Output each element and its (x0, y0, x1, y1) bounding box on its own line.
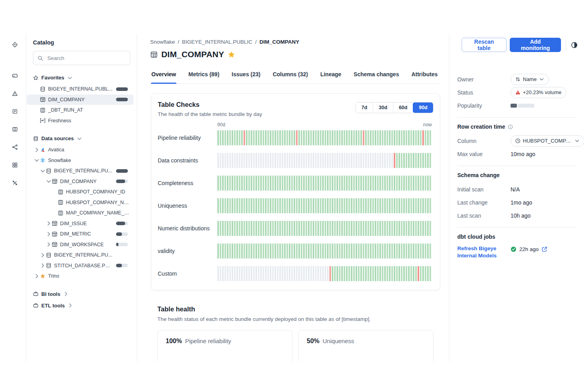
apps-nav[interactable] (9, 158, 21, 171)
tree-item-bigeye-internal-pu[interactable]: BIGEYE_INTERNAL.PU... (27, 166, 133, 176)
dbt-job-link[interactable]: Refresh Bigeye Internal Models (457, 245, 511, 259)
popularity-meter (511, 104, 534, 108)
catalog-sidebar: Catalog Favorites BIGEYE_INTERNAL.PUBL..… (27, 34, 137, 361)
data-sources-label: Data sources (41, 135, 74, 141)
tree-item-map-company-name-to[interactable]: MAP_COMPANY_NAME_TO_... (27, 208, 133, 218)
row-creation-column-value: HUBSPOT_COMPA... (523, 138, 572, 144)
check-sparkline[interactable] (217, 153, 432, 168)
tab-overview[interactable]: Overview (151, 71, 176, 83)
check-row-uniqueness: Uniqueness (158, 198, 433, 213)
item-label: DIM_COMPANY (48, 97, 113, 102)
popularity-meter (116, 87, 128, 91)
external-link-icon[interactable] (542, 246, 547, 252)
check-sparkline[interactable] (217, 130, 432, 145)
tree-item-dim-workspace[interactable]: DIM_WORKSPACE (27, 239, 133, 250)
db-icon (46, 252, 52, 258)
favorites-header[interactable]: Favorites (33, 75, 130, 81)
tree-item-dim-company[interactable]: DIM_COMPANY (27, 176, 133, 187)
check-row-label: validity (158, 248, 217, 254)
tree-item-hubspot-company-id[interactable]: HUBSPOT_COMPANY_ID (27, 187, 133, 197)
range-90d-button[interactable]: 90d (413, 102, 433, 113)
tree-item-stitch-database-pr[interactable]: STITCH_DATABASE.PR... (27, 261, 133, 271)
tree-item-hubspot-company-name[interactable]: HUBSPOT_COMPANY_NAME (27, 197, 133, 208)
popularity-meter (116, 222, 128, 225)
data-sources-header[interactable]: Data sources (33, 135, 130, 141)
favorite-item-dbt-run-at[interactable]: _DBT_RUN_AT (27, 105, 133, 116)
info-icon[interactable] (508, 124, 513, 129)
tree-item-snowflake[interactable]: Snowflake (27, 155, 133, 166)
item-label: Snowflake (48, 158, 131, 163)
row-creation-title: Row creation time (457, 124, 505, 130)
tree-item-bigeye-internal-pu[interactable]: BIGEYE_INTERNAL.PU... (27, 250, 133, 261)
breadcrumb-separator: / (178, 39, 179, 45)
health-card-uniqueness[interactable]: 50%Uniqueness (298, 330, 433, 361)
chevron-right-icon (68, 303, 73, 308)
issues-nav[interactable] (9, 87, 21, 100)
app-logo[interactable] (9, 38, 21, 51)
catalog-nav[interactable] (9, 69, 21, 82)
favorite-item-dim-company[interactable]: DIM_COMPANY (27, 95, 133, 105)
rescan-table-button[interactable]: Rescan table (462, 38, 507, 52)
columns-nav[interactable] (9, 123, 21, 135)
item-label: BIGEYE_INTERNAL.PU... (54, 252, 131, 258)
tab-metrics-89[interactable]: Metrics (89) (188, 71, 220, 83)
axis-end-label: now (423, 122, 432, 127)
tab-issues-23[interactable]: Issues (23) (231, 71, 261, 83)
check-sparkline[interactable] (217, 243, 432, 259)
favorite-item-freshness[interactable]: Freshness (27, 116, 133, 126)
check-sparkline[interactable] (217, 221, 432, 236)
status-badge[interactable]: +20.23% volume (511, 87, 566, 98)
data-sources-tree: AvaticaSnowflakeBIGEYE_INTERNAL.PU...DIM… (27, 145, 137, 282)
chevron-right-icon (40, 252, 46, 258)
favorite-star-icon[interactable] (228, 51, 235, 58)
breadcrumb-item-source[interactable]: Snowflake (150, 39, 175, 45)
range-30d-button[interactable]: 30d (373, 102, 393, 113)
search-box[interactable] (33, 51, 130, 65)
tools-nav[interactable] (9, 176, 21, 189)
row-creation-column-select[interactable]: HUBSPOT_COMPA... (511, 135, 584, 147)
tab-lineage[interactable]: Lineage (320, 71, 342, 83)
tab-attributes[interactable]: Attributes (411, 71, 438, 83)
col-icon (58, 210, 64, 216)
tree-item-dim-issue[interactable]: DIM_ISSUE (27, 218, 133, 229)
breadcrumb-item-schema[interactable]: BIGEYE_INTERNAL.PUBLIC (182, 39, 252, 45)
range-60d-button[interactable]: 60d (393, 102, 413, 113)
tab-columns-32[interactable]: Columns (32) (272, 71, 308, 83)
col-icon (58, 199, 64, 205)
breadcrumb-item-table[interactable]: DIM_COMPANY (259, 39, 299, 45)
tree-item-dim-metric[interactable]: DIM_METRIC (27, 229, 133, 239)
column-label: Column (457, 138, 511, 144)
health-cards: 100%Pipeline reliability50%Uniqueness (157, 330, 440, 361)
favorite-item-bigeye-internal-publ[interactable]: BIGEYE_INTERNAL.PUBL... (27, 84, 133, 95)
check-row-label: Custom (158, 270, 217, 277)
lineage-nav[interactable] (9, 141, 21, 153)
contrast-toggle-icon[interactable] (571, 42, 578, 48)
range-7d-button[interactable]: 7d (356, 102, 373, 113)
clock-icon (515, 138, 520, 143)
max-value-label: Max value (457, 151, 511, 157)
check-sparkline[interactable] (217, 266, 432, 281)
details: Owner Name Status +20.23% volume Popu (457, 73, 578, 259)
reports-nav[interactable] (9, 105, 21, 118)
health-card-pipeline-reliability[interactable]: 100%Pipeline reliability (157, 330, 292, 361)
sidebar-title: Catalog (33, 39, 130, 46)
status-label: Status (457, 89, 511, 96)
last-scan-value: 10h ago (511, 212, 531, 219)
check-sparkline[interactable] (217, 198, 432, 213)
tree-item-avatica[interactable]: Avatica (27, 145, 133, 155)
favorites-label: Favorites (41, 75, 64, 81)
check-sparkline[interactable] (217, 176, 432, 191)
tree-item-trino[interactable]: Trino (27, 271, 133, 282)
owner-select[interactable]: Name (511, 74, 549, 85)
header-actions: Rescan table Add monitoring (462, 38, 578, 52)
last-scan-label: Last scan (457, 212, 511, 219)
etl-tools-header[interactable]: ETL tools (33, 303, 130, 309)
table-checks-title: Table Checks (158, 101, 262, 108)
search-input[interactable] (46, 55, 126, 62)
toolbox-icon (33, 303, 39, 308)
add-monitoring-button[interactable]: Add monitoring (510, 38, 561, 52)
table-icon (150, 51, 158, 58)
trino-icon (40, 273, 46, 279)
tab-schema-changes[interactable]: Schema changes (353, 71, 399, 83)
bi-tools-header[interactable]: BI tools (33, 291, 130, 297)
